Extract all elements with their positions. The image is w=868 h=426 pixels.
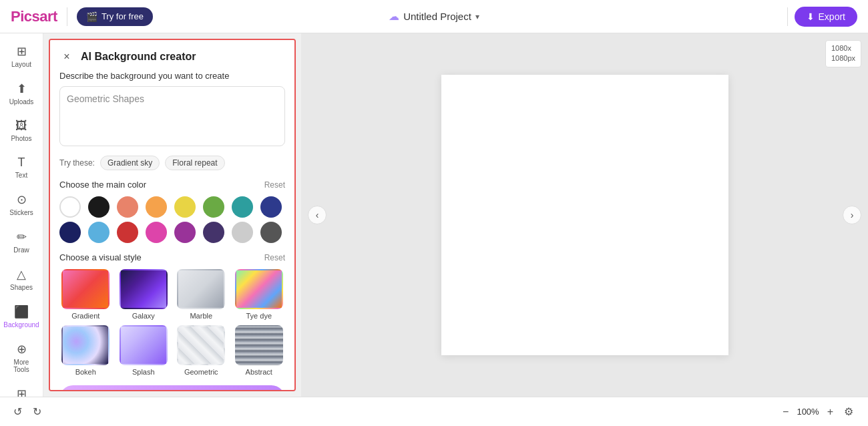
color-swatch-light-gray[interactable] xyxy=(232,222,253,243)
sidebar-item-more-tools[interactable]: ⊕ More Tools xyxy=(3,337,40,379)
style-label-geometric: Geometric xyxy=(184,368,218,376)
camera-icon: 🎬 xyxy=(86,11,97,22)
describe-label: Describe the background you want to crea… xyxy=(59,71,285,81)
layout-icon: ⊞ xyxy=(17,44,27,59)
chevron-down-icon[interactable]: ▾ xyxy=(475,12,479,21)
style-thumb-gradient xyxy=(61,269,110,309)
sidebar-item-layout[interactable]: ⊞ Layout xyxy=(3,39,40,73)
style-reset-button[interactable]: Reset xyxy=(264,253,285,262)
style-label-tye-dye: Tye dye xyxy=(246,312,272,320)
project-title[interactable]: Untitled Project xyxy=(403,11,471,22)
color-swatch-pink[interactable] xyxy=(146,222,167,243)
style-thumb-marble xyxy=(177,269,225,309)
sidebar-item-photos[interactable]: 🖼 Photos xyxy=(3,114,40,148)
sidebar-item-stickers[interactable]: ⊙ Stickers xyxy=(3,187,40,222)
shapes-icon: △ xyxy=(17,267,26,282)
style-item-tye-dye[interactable]: Tye dye xyxy=(233,269,286,320)
color-swatch-teal[interactable] xyxy=(232,196,253,218)
color-swatch-white[interactable] xyxy=(59,196,81,218)
collages-icon: ⊞ xyxy=(17,387,27,397)
color-swatch-dark-gray[interactable] xyxy=(260,222,282,243)
canvas-size-line1: 1080x xyxy=(831,44,851,52)
sidebar-item-text[interactable]: T Text xyxy=(3,150,40,184)
color-swatch-navy[interactable] xyxy=(59,222,81,243)
style-thumb-geometric xyxy=(177,325,225,365)
color-swatch-dark-purple[interactable] xyxy=(203,222,224,243)
style-item-bokeh[interactable]: Bokeh xyxy=(59,325,112,376)
panel-body: Describe the background you want to crea… xyxy=(50,71,294,391)
style-item-gradient[interactable]: Gradient xyxy=(59,269,112,320)
try-free-button[interactable]: 🎬 Try for free xyxy=(77,7,153,26)
style-thumb-galaxy xyxy=(120,269,168,309)
style-label-gradient: Gradient xyxy=(71,312,99,320)
background-icon: ⬛ xyxy=(14,304,29,319)
generate-background-button[interactable]: Generate Background xyxy=(59,385,285,391)
sidebar-item-collages[interactable]: ⊞ Collages xyxy=(3,381,40,397)
color-swatch-purple[interactable] xyxy=(174,222,196,243)
color-grid xyxy=(59,196,285,243)
bottom-bar: ↺ ↻ − 100% + ⚙ xyxy=(0,397,868,426)
color-swatch-orange[interactable] xyxy=(146,196,167,218)
sidebar-label-uploads: Uploads xyxy=(9,98,34,105)
header-center: ☁ Untitled Project ▾ xyxy=(389,10,479,23)
color-swatch-red[interactable] xyxy=(117,222,138,243)
panel-close-button[interactable]: × xyxy=(59,49,74,64)
style-thumb-bokeh xyxy=(61,325,110,365)
undo-button[interactable]: ↺ xyxy=(11,403,25,421)
style-thumb-abstract xyxy=(235,325,283,365)
bottom-left: ↺ ↻ xyxy=(11,403,44,421)
style-label-galaxy: Galaxy xyxy=(132,312,155,320)
sidebar-item-uploads[interactable]: ⬆ Uploads xyxy=(3,76,40,111)
zoom-out-button[interactable]: − xyxy=(780,403,791,421)
text-icon: T xyxy=(18,156,25,170)
style-item-galaxy[interactable]: Galaxy xyxy=(118,269,170,320)
try-these-label: Try these: xyxy=(59,158,95,168)
style-item-abstract[interactable]: Abstract xyxy=(233,325,286,376)
sidebar: ⊞ Layout⬆ Uploads🖼 PhotosT Text⊙ Sticker… xyxy=(0,33,43,397)
style-item-marble[interactable]: Marble xyxy=(175,269,228,320)
style-label-splash: Splash xyxy=(132,368,155,376)
canvas-nav-right[interactable]: › xyxy=(843,206,861,224)
color-swatch-green[interactable] xyxy=(203,196,224,218)
uploads-icon: ⬆ xyxy=(17,81,27,96)
style-item-geometric[interactable]: Geometric xyxy=(175,325,228,376)
header: Picsart 🎬 Try for free ☁ Untitled Projec… xyxy=(0,0,868,33)
color-swatch-light-blue[interactable] xyxy=(88,222,110,243)
bottom-right: − 100% + ⚙ xyxy=(780,403,857,421)
sidebar-item-background[interactable]: ⬛ Background xyxy=(3,299,40,334)
sidebar-label-draw: Draw xyxy=(13,246,29,254)
settings-icon: ⚙ xyxy=(844,406,853,417)
settings-button[interactable]: ⚙ xyxy=(841,403,857,421)
logo: Picsart xyxy=(11,8,57,25)
color-swatch-yellow[interactable] xyxy=(174,196,196,218)
style-grid: GradientGalaxyMarbleTye dyeBokehSplashGe… xyxy=(59,269,285,376)
draw-icon: ✏ xyxy=(17,230,27,244)
try-free-label: Try for free xyxy=(101,11,144,21)
zoom-in-button[interactable]: + xyxy=(825,403,836,421)
color-swatch-salmon[interactable] xyxy=(117,196,138,218)
panel-title: AI Background creator xyxy=(81,51,196,63)
sidebar-item-shapes[interactable]: △ Shapes xyxy=(3,262,40,296)
suggestion-floral-repeat[interactable]: Floral repeat xyxy=(165,156,224,170)
color-section-title: Choose the main color xyxy=(59,180,146,190)
cloud-icon: ☁ xyxy=(389,10,399,23)
canvas-nav-left[interactable]: ‹ xyxy=(308,206,327,224)
color-reset-button[interactable]: Reset xyxy=(264,180,285,190)
header-divider xyxy=(67,7,67,26)
sidebar-label-layout: Layout xyxy=(11,61,31,68)
canvas-white xyxy=(441,75,728,355)
color-swatch-black[interactable] xyxy=(88,196,110,218)
header-right: ⬇ Export xyxy=(787,7,857,27)
prompt-input[interactable] xyxy=(59,86,285,146)
style-item-splash[interactable]: Splash xyxy=(118,325,170,376)
main-area: ⊞ Layout⬆ Uploads🖼 PhotosT Text⊙ Sticker… xyxy=(0,33,868,397)
sidebar-label-more-tools: More Tools xyxy=(7,359,36,373)
zoom-percent: 100% xyxy=(797,407,819,417)
redo-button[interactable]: ↻ xyxy=(30,403,44,421)
sidebar-item-draw[interactable]: ✏ Draw xyxy=(3,224,40,259)
color-swatch-dark-blue[interactable] xyxy=(260,196,282,218)
export-button[interactable]: ⬇ Export xyxy=(795,7,857,27)
style-thumb-tye-dye xyxy=(235,269,283,309)
suggestion-gradient-sky[interactable]: Gradient sky xyxy=(100,156,160,170)
sidebar-label-stickers: Stickers xyxy=(9,209,33,216)
